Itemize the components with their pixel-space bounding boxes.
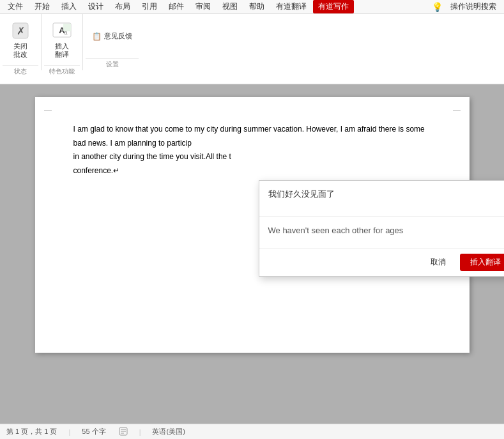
close-edit-label: 关闭批改 bbox=[13, 42, 27, 59]
menu-bar: 文件 开始 插入 设计 布局 引用 邮件 审阅 视图 帮助 有道翻译 有道写作 … bbox=[0, 0, 504, 14]
word-count: 55 个字 bbox=[82, 427, 105, 436]
menu-insert[interactable]: 插入 bbox=[56, 0, 82, 13]
translation-popup: We haven't seen each other for ages 取消 插… bbox=[259, 180, 505, 277]
svg-text:✗: ✗ bbox=[17, 26, 25, 36]
menu-reference[interactable]: 引用 bbox=[137, 0, 162, 13]
document-text[interactable]: I am glad to know that you come to my ci… bbox=[73, 123, 431, 178]
language-status: 英语(美国) bbox=[152, 427, 185, 436]
ribbon-group-features: A a 文 插入翻译 特色功能 bbox=[42, 14, 83, 70]
page-info: 第 1 页，共 1 页 bbox=[6, 427, 57, 436]
menu-help[interactable]: 帮助 bbox=[244, 0, 270, 13]
status-bar: 第 1 页，共 1 页 | 55 个字 | 英语(美国) bbox=[0, 424, 504, 439]
menu-youdao-translate[interactable]: 有道翻译 bbox=[271, 0, 312, 13]
word-count-icon[interactable] bbox=[119, 427, 128, 437]
menu-start[interactable]: 开始 bbox=[29, 0, 55, 13]
popup-buttons: 取消 插入翻译 bbox=[259, 249, 505, 276]
close-edit-icon: ✗ bbox=[10, 20, 31, 41]
settings-group-label: 设置 bbox=[86, 58, 139, 70]
ribbon-group-status: ✗ 关闭批改 状态 bbox=[0, 14, 42, 70]
main-area: I am glad to know that you come to my ci… bbox=[0, 84, 504, 424]
menu-review[interactable]: 审阅 bbox=[190, 0, 216, 13]
menu-design[interactable]: 设计 bbox=[83, 0, 109, 13]
menu-youdao-write[interactable]: 有道写作 bbox=[313, 0, 354, 13]
menu-view[interactable]: 视图 bbox=[217, 0, 243, 13]
feedback-label: 意见反馈 bbox=[104, 31, 132, 41]
popup-input-area[interactable] bbox=[259, 181, 505, 217]
features-group-label: 特色功能 bbox=[44, 65, 80, 77]
popup-english-output: We haven't seen each other for ages bbox=[268, 226, 404, 235]
insert-translation-button[interactable]: 插入翻译 bbox=[460, 254, 505, 271]
menu-file[interactable]: 文件 bbox=[3, 0, 28, 13]
ribbon-content: ✗ 关闭批改 状态 A a 文 bbox=[0, 14, 504, 70]
insert-translate-label: 插入翻译 bbox=[55, 42, 69, 59]
menu-mail[interactable]: 邮件 bbox=[164, 0, 189, 13]
status-group-label: 状态 bbox=[3, 65, 38, 77]
menu-search[interactable]: 操作说明搜索 bbox=[445, 0, 501, 13]
ribbon-group-settings: 📋 意见反馈 设置 bbox=[83, 14, 141, 70]
popup-chinese-input[interactable] bbox=[268, 189, 505, 204]
svg-rect-5 bbox=[63, 24, 71, 31]
insert-translate-icon: A a 文 bbox=[52, 20, 72, 41]
feedback-icon: 📋 bbox=[92, 32, 102, 41]
insert-translate-button[interactable]: A a 文 插入翻译 bbox=[47, 18, 77, 61]
document-page[interactable]: I am glad to know that you come to my ci… bbox=[35, 97, 470, 353]
close-edit-button[interactable]: ✗ 关闭批改 bbox=[5, 18, 36, 61]
cancel-button[interactable]: 取消 bbox=[422, 254, 455, 271]
popup-output-area: We haven't seen each other for ages bbox=[259, 217, 505, 249]
menu-layout[interactable]: 布局 bbox=[110, 0, 135, 13]
ribbon: ✗ 关闭批改 状态 A a 文 bbox=[0, 14, 504, 84]
feedback-button[interactable]: 📋 意见反馈 bbox=[88, 30, 136, 42]
